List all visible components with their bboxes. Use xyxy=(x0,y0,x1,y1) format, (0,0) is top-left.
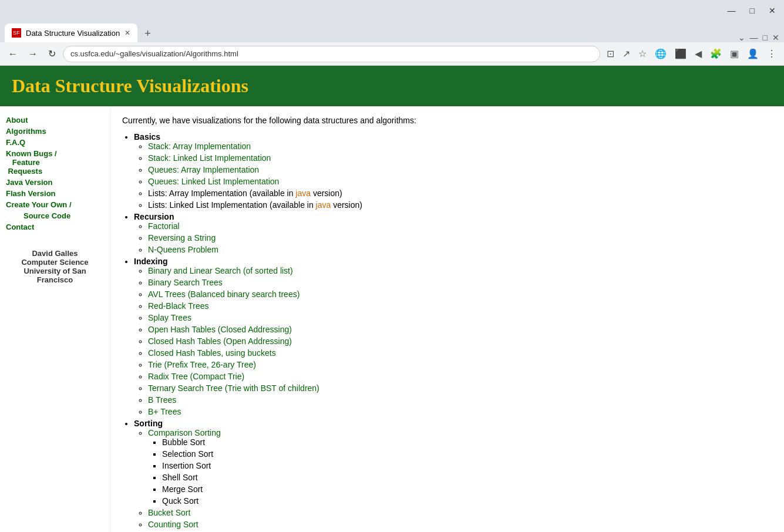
tab-close-button[interactable]: ✕ xyxy=(125,29,130,37)
sidebar-link-bugs[interactable]: Known Bugs / Feature Requests xyxy=(6,149,104,176)
sidebar-link-java[interactable]: Java Version xyxy=(6,178,104,187)
list-item: AVL Trees (Balanced binary search trees) xyxy=(148,289,772,299)
closed-hash-buckets-link[interactable]: Closed Hash Tables, using buckets xyxy=(148,348,276,358)
bst-link[interactable]: Binary Search Trees xyxy=(148,278,223,287)
ternary-link[interactable]: Ternary Search Tree (Trie with BST of ch… xyxy=(148,383,319,393)
btrees-link[interactable]: B Trees xyxy=(148,395,176,405)
list-item: Shell Sort xyxy=(162,473,772,482)
page-title: Data Structure Visualizations xyxy=(12,75,772,97)
list-item: Insertion Sort xyxy=(162,461,772,470)
comparison-subitems: Bubble Sort Selection Sort Insertion Sor… xyxy=(162,437,772,506)
list-item: Trie (Prefix Tree, 26-ary Tree) xyxy=(148,360,772,369)
window-close-icon[interactable]: ✕ xyxy=(772,33,779,42)
new-tab-button[interactable]: + xyxy=(140,25,156,42)
list-item: Binary and Linear Search (of sorted list… xyxy=(148,266,772,275)
refresh-button[interactable]: ↻ xyxy=(45,46,59,62)
comparison-sorting-link[interactable]: Comparison Sorting xyxy=(148,428,221,437)
maximize-icon[interactable]: □ xyxy=(746,5,758,16)
list-item: Closed Hash Tables (Open Addressing) xyxy=(148,336,772,346)
factorial-link[interactable]: Factorial xyxy=(148,221,180,231)
indexing-items: Binary and Linear Search (of sorted list… xyxy=(148,266,772,416)
sidebar-link-contact[interactable]: Contact xyxy=(6,223,104,231)
sorting-items: Comparison Sorting Bubble Sort Selection… xyxy=(148,428,772,532)
sidebar-link-source[interactable]: Source Code xyxy=(6,211,104,220)
extension1-icon[interactable]: ⬛ xyxy=(672,46,689,62)
sidebar-icon[interactable]: ▣ xyxy=(727,46,742,62)
list-item: Queues: Array Implementation xyxy=(148,165,772,174)
red-black-link[interactable]: Red-Black Trees xyxy=(148,301,208,311)
page-body: About Algorithms F.A.Q Known Bugs / Feat… xyxy=(0,106,784,532)
tab-bar: SF Data Structure Visualization ✕ + ⌄ — … xyxy=(0,21,784,42)
page-header: Data Structure Visualizations xyxy=(0,66,784,106)
close-icon[interactable]: ✕ xyxy=(765,5,779,16)
window-minimize-icon[interactable]: ⌄ xyxy=(738,33,745,42)
bplus-link[interactable]: B+ Trees xyxy=(148,407,181,416)
stack-linked-link[interactable]: Stack: Linked List Implementation xyxy=(148,153,271,163)
queues-linked-link[interactable]: Queues: Linked List Implementation xyxy=(148,177,279,186)
splay-link[interactable]: Splay Trees xyxy=(148,313,191,322)
lists-linked-java-link[interactable]: java xyxy=(316,200,331,210)
avl-link[interactable]: AVL Trees (Balanced binary search trees) xyxy=(148,289,300,299)
window-maximize-icon[interactable]: □ xyxy=(763,33,768,42)
author-dept: Computer Science xyxy=(6,258,104,267)
list-item: Stack: Linked List Implementation xyxy=(148,153,772,163)
basics-items: Stack: Array Implementation Stack: Linke… xyxy=(148,142,772,210)
lists-array-java-link[interactable]: java xyxy=(295,188,311,198)
toolbar-icons: ⊡ ↗ ☆ 🌐 ⬛ ◀ 🧩 ▣ 👤 ⋮ xyxy=(604,46,779,62)
author-univ1: University of San xyxy=(6,267,104,275)
list-item: Reversing a String xyxy=(148,233,772,243)
minimize-icon[interactable]: — xyxy=(724,5,739,16)
sidebar-link-about[interactable]: About xyxy=(6,116,104,124)
main-content: Currently, we have visualizations for th… xyxy=(110,106,784,532)
nqueens-link[interactable]: N-Queens Problem xyxy=(148,245,218,254)
list-item: N-Queens Problem xyxy=(148,245,772,254)
page-content: Data Structure Visualizations About Algo… xyxy=(0,66,784,532)
title-bar: — □ ✕ xyxy=(0,0,784,21)
recursion-items: Factorial Reversing a String N-Queens Pr… xyxy=(148,221,772,254)
section-recursion: Recursion Factorial Reversing a String N… xyxy=(134,212,772,254)
sidebar-link-faq[interactable]: F.A.Q xyxy=(6,138,104,147)
list-item: Ternary Search Tree (Trie with BST of ch… xyxy=(148,383,772,393)
section-basics-label: Basics xyxy=(134,132,160,142)
tab-title: Data Structure Visualization xyxy=(26,29,120,38)
binary-linear-link[interactable]: Binary and Linear Search (of sorted list… xyxy=(148,266,293,275)
address-input[interactable] xyxy=(63,46,600,62)
back-button[interactable]: ← xyxy=(5,46,21,62)
sidebar: About Algorithms F.A.Q Known Bugs / Feat… xyxy=(0,106,110,532)
list-item: Red-Black Trees xyxy=(148,301,772,311)
profile-icon[interactable]: 👤 xyxy=(744,46,762,62)
list-item: Splay Trees xyxy=(148,313,772,322)
list-item: B Trees xyxy=(148,395,772,405)
back-arrow-icon[interactable]: ◀ xyxy=(692,46,705,62)
counting-sort-link[interactable]: Counting Sort xyxy=(148,520,198,529)
sidebar-link-flash[interactable]: Flash Version xyxy=(6,189,104,198)
radix-tree-link[interactable]: Radix Tree (Compact Trie) xyxy=(148,372,244,381)
forward-button[interactable]: → xyxy=(25,46,41,62)
cast-icon[interactable]: ⊡ xyxy=(604,46,617,62)
closed-hash-link[interactable]: Closed Hash Tables (Open Addressing) xyxy=(148,336,292,346)
queues-array-link[interactable]: Queues: Array Implementation xyxy=(148,165,259,174)
list-item: Bubble Sort xyxy=(162,437,772,447)
list-item: Open Hash Tables (Closed Addressing) xyxy=(148,325,772,334)
window-restore-icon[interactable]: — xyxy=(750,33,758,42)
list-item: Lists: Linked List Implementation (avail… xyxy=(148,200,772,210)
bookmark-icon[interactable]: ☆ xyxy=(635,46,650,62)
section-recursion-label: Recursion xyxy=(134,212,174,221)
open-hash-link[interactable]: Open Hash Tables (Closed Addressing) xyxy=(148,325,292,334)
share-icon[interactable]: ↗ xyxy=(620,46,633,62)
sidebar-link-create[interactable]: Create Your Own / xyxy=(6,200,104,209)
active-tab[interactable]: SF Data Structure Visualization ✕ xyxy=(5,23,137,42)
section-indexing-label: Indexing xyxy=(134,257,168,266)
menu-icon[interactable]: ⋮ xyxy=(764,46,779,62)
translate-icon[interactable]: 🌐 xyxy=(652,46,669,62)
list-item: Stack: Array Implementation xyxy=(148,142,772,151)
tab-favicon: SF xyxy=(12,28,21,38)
main-list: Basics Stack: Array Implementation Stack… xyxy=(134,132,772,532)
sidebar-link-algorithms[interactable]: Algorithms xyxy=(6,127,104,136)
stack-array-link[interactable]: Stack: Array Implementation xyxy=(148,142,251,151)
bucket-sort-link[interactable]: Bucket Sort xyxy=(148,508,190,517)
puzzle-icon[interactable]: 🧩 xyxy=(707,46,725,62)
sidebar-author: David Galles Computer Science University… xyxy=(6,249,104,284)
trie-link[interactable]: Trie (Prefix Tree, 26-ary Tree) xyxy=(148,360,256,369)
reversing-link[interactable]: Reversing a String xyxy=(148,233,216,243)
